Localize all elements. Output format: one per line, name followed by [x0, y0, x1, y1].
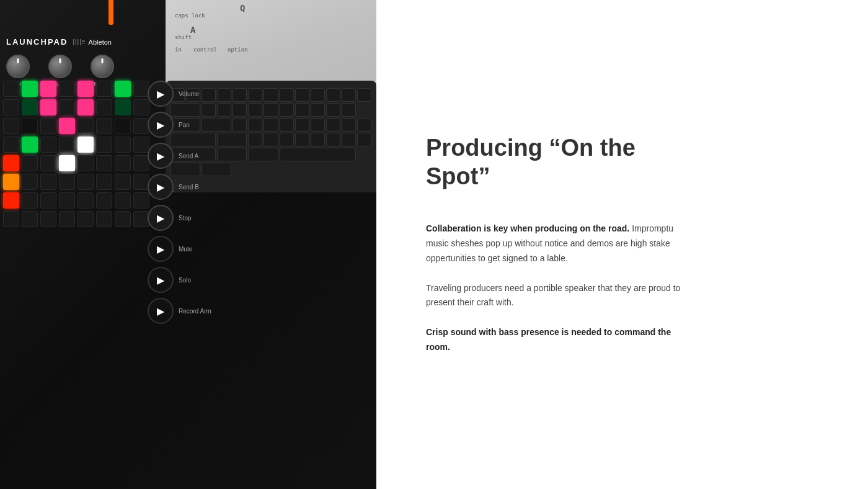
pad-7-5 [78, 192, 94, 209]
ctrl-senda: ▶ Send A [148, 143, 211, 169]
ctrl-sendb: ▶ Send B [148, 174, 211, 200]
ctrl-circle-stop: ▶ [148, 205, 174, 231]
right-content-panel: Producing “On the Spot” Collaberation is… [376, 0, 868, 489]
pad-1-7 [115, 81, 131, 97]
pad-2-4 [59, 99, 75, 115]
ableton-logo: ||||≡ Ableton [73, 38, 112, 46]
ctrl-circle-solo: ▶ [148, 267, 174, 293]
ableton-text: Ableton [89, 38, 112, 46]
pad-4-7 [115, 137, 131, 153]
pad-5-4 [59, 155, 75, 171]
pad-4-6 [96, 137, 112, 153]
ctrl-stop: ▶ Stop [148, 205, 211, 231]
pad-5-5 [78, 155, 94, 171]
pad-3-4 [59, 118, 75, 134]
ctrl-label-record: Record Arm [179, 308, 211, 315]
knob-user1 [6, 55, 30, 78]
ctrl-label-solo: Solo [179, 277, 191, 284]
pad-2-1 [3, 99, 19, 115]
pad-2-5 [78, 99, 94, 115]
pad-6-2 [22, 174, 38, 190]
ctrl-pan: ▶ Pan [148, 112, 211, 138]
ctrl-label-volume: Volume [179, 91, 199, 97]
pad-6-1 [3, 174, 19, 190]
pad-1-6 [96, 81, 112, 97]
pad-5-1 [3, 155, 19, 171]
paragraph-1: Collaberation is key when producing on t… [426, 222, 686, 266]
pad-8-5 [78, 211, 94, 227]
pad-1-1 [3, 81, 19, 97]
pad-1-2 [22, 81, 38, 97]
pad-2-6 [96, 99, 112, 115]
pad-6-4 [59, 174, 75, 190]
pad-1-5 [78, 81, 94, 97]
pad-6-7 [115, 174, 131, 190]
ctrl-solo: ▶ Solo [148, 267, 211, 293]
pad-5-3 [40, 155, 56, 171]
pad-7-6 [96, 192, 112, 209]
pad-4-2 [22, 137, 38, 153]
pad-4-5 [78, 137, 94, 153]
launchpad-header: LAUNCHPAD ||||≡ Ableton [6, 37, 112, 47]
paragraph-3-text: Crisp sound with bass presence is needed… [426, 327, 671, 352]
pad-7-4 [59, 192, 75, 209]
pad-8-7 [115, 211, 131, 227]
ctrl-label-pan: Pan [179, 122, 190, 128]
pad-grid [3, 81, 146, 227]
pad-3-7 [115, 118, 131, 134]
left-image-panel: caps lock A shift in control option Q LA… [0, 0, 376, 489]
pad-1-4 [59, 81, 75, 97]
pad-3-1 [3, 118, 19, 134]
ctrl-label-stop: Stop [179, 215, 192, 222]
ctrl-volume: ▶ Volume [148, 81, 211, 107]
pad-5-6 [96, 155, 112, 171]
pad-4-3 [40, 137, 56, 153]
pad-6-3 [40, 174, 56, 190]
paragraph-3: Crisp sound with bass presence is needed… [426, 325, 686, 355]
paragraph-1-bold: Collaberation is key when producing on t… [426, 223, 629, 233]
ctrl-circle-pan: ▶ [148, 112, 174, 138]
pad-5-7 [115, 155, 131, 171]
pad-8-2 [22, 211, 38, 227]
knob-user2 [48, 55, 72, 78]
knob-master [91, 55, 114, 78]
pad-7-1 [3, 192, 19, 209]
pad-5-2 [22, 155, 38, 171]
pad-1-3 [40, 81, 56, 97]
brand-logo: LAUNCHPAD [6, 37, 68, 47]
pad-3-6 [96, 118, 112, 134]
pad-4-1 [3, 137, 19, 153]
pad-6-6 [96, 174, 112, 190]
pad-3-3 [40, 118, 56, 134]
paragraph-2: Traveling producers need a portible spea… [426, 281, 686, 311]
ctrl-label-mute: Mute [179, 246, 192, 253]
ctrl-circle-volume: ▶ [148, 81, 174, 107]
pad-8-3 [40, 211, 56, 227]
ctrl-circle-record: ▶ [148, 298, 174, 324]
ctrl-circle-mute: ▶ [148, 236, 174, 262]
pad-7-7 [115, 192, 131, 209]
pad-8-1 [3, 211, 19, 227]
pad-2-3 [40, 99, 56, 115]
pad-8-6 [96, 211, 112, 227]
ctrl-record: ▶ Record Arm [148, 298, 211, 324]
pad-3-5 [78, 118, 94, 134]
pad-2-2 [22, 99, 38, 115]
pad-6-5 [78, 174, 94, 190]
pad-3-2 [22, 118, 38, 134]
ctrl-circle-sendb: ▶ [148, 174, 174, 200]
paragraph-2-text: Traveling producers need a portible spea… [426, 283, 680, 308]
content-block: Producing “On the Spot” Collaberation is… [426, 134, 686, 355]
controls-right: ▶ Volume ▶ Pan ▶ Send A ▶ Send B ▶ Stop … [148, 81, 211, 324]
orange-accent [108, 0, 113, 25]
pad-7-2 [22, 192, 38, 209]
ctrl-mute: ▶ Mute [148, 236, 211, 262]
ctrl-circle-senda: ▶ [148, 143, 174, 169]
pad-8-4 [59, 211, 75, 227]
ctrl-label-senda: Send A [179, 153, 198, 159]
ctrl-label-sendb: Send B [179, 184, 199, 191]
pad-7-3 [40, 192, 56, 209]
pad-4-4 [59, 137, 75, 153]
pad-2-7 [115, 99, 131, 115]
main-title: Producing “On the Spot” [426, 134, 686, 191]
